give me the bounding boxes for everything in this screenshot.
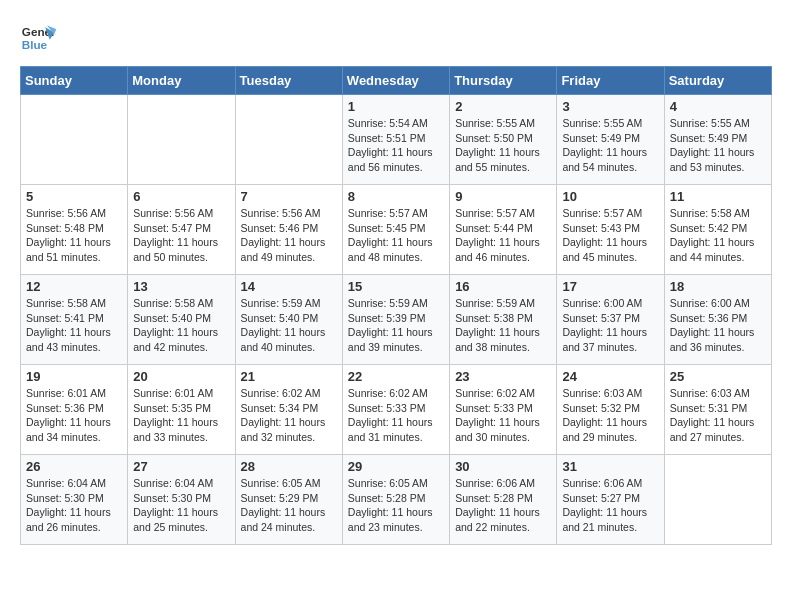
calendar-cell: 4Sunrise: 5:55 AM Sunset: 5:49 PM Daylig… [664, 95, 771, 185]
day-detail: Sunrise: 5:59 AM Sunset: 5:38 PM Dayligh… [455, 296, 551, 355]
page-header: General Blue [20, 20, 772, 56]
day-number: 26 [26, 459, 122, 474]
day-detail: Sunrise: 5:59 AM Sunset: 5:39 PM Dayligh… [348, 296, 444, 355]
calendar-cell: 21Sunrise: 6:02 AM Sunset: 5:34 PM Dayli… [235, 365, 342, 455]
day-detail: Sunrise: 5:55 AM Sunset: 5:50 PM Dayligh… [455, 116, 551, 175]
day-detail: Sunrise: 5:57 AM Sunset: 5:43 PM Dayligh… [562, 206, 658, 265]
day-detail: Sunrise: 6:05 AM Sunset: 5:29 PM Dayligh… [241, 476, 337, 535]
day-number: 7 [241, 189, 337, 204]
day-number: 6 [133, 189, 229, 204]
calendar-week-row: 26Sunrise: 6:04 AM Sunset: 5:30 PM Dayli… [21, 455, 772, 545]
calendar-cell: 28Sunrise: 6:05 AM Sunset: 5:29 PM Dayli… [235, 455, 342, 545]
day-number: 2 [455, 99, 551, 114]
weekday-header: Monday [128, 67, 235, 95]
day-detail: Sunrise: 5:56 AM Sunset: 5:46 PM Dayligh… [241, 206, 337, 265]
calendar-cell: 9Sunrise: 5:57 AM Sunset: 5:44 PM Daylig… [450, 185, 557, 275]
day-number: 9 [455, 189, 551, 204]
day-detail: Sunrise: 6:03 AM Sunset: 5:32 PM Dayligh… [562, 386, 658, 445]
day-detail: Sunrise: 5:57 AM Sunset: 5:45 PM Dayligh… [348, 206, 444, 265]
calendar-cell: 17Sunrise: 6:00 AM Sunset: 5:37 PM Dayli… [557, 275, 664, 365]
calendar-cell: 16Sunrise: 5:59 AM Sunset: 5:38 PM Dayli… [450, 275, 557, 365]
calendar-cell: 5Sunrise: 5:56 AM Sunset: 5:48 PM Daylig… [21, 185, 128, 275]
day-detail: Sunrise: 5:55 AM Sunset: 5:49 PM Dayligh… [670, 116, 766, 175]
calendar-cell: 15Sunrise: 5:59 AM Sunset: 5:39 PM Dayli… [342, 275, 449, 365]
day-number: 13 [133, 279, 229, 294]
calendar-cell: 14Sunrise: 5:59 AM Sunset: 5:40 PM Dayli… [235, 275, 342, 365]
day-detail: Sunrise: 5:57 AM Sunset: 5:44 PM Dayligh… [455, 206, 551, 265]
calendar-cell: 10Sunrise: 5:57 AM Sunset: 5:43 PM Dayli… [557, 185, 664, 275]
calendar-cell: 31Sunrise: 6:06 AM Sunset: 5:27 PM Dayli… [557, 455, 664, 545]
logo-icon: General Blue [20, 20, 56, 56]
day-number: 27 [133, 459, 229, 474]
day-number: 22 [348, 369, 444, 384]
svg-text:Blue: Blue [22, 38, 48, 51]
day-detail: Sunrise: 6:05 AM Sunset: 5:28 PM Dayligh… [348, 476, 444, 535]
day-number: 29 [348, 459, 444, 474]
day-detail: Sunrise: 5:56 AM Sunset: 5:48 PM Dayligh… [26, 206, 122, 265]
day-detail: Sunrise: 6:02 AM Sunset: 5:33 PM Dayligh… [455, 386, 551, 445]
calendar-week-row: 12Sunrise: 5:58 AM Sunset: 5:41 PM Dayli… [21, 275, 772, 365]
day-detail: Sunrise: 5:58 AM Sunset: 5:40 PM Dayligh… [133, 296, 229, 355]
day-number: 31 [562, 459, 658, 474]
day-number: 23 [455, 369, 551, 384]
weekday-header: Thursday [450, 67, 557, 95]
day-number: 17 [562, 279, 658, 294]
day-detail: Sunrise: 6:06 AM Sunset: 5:28 PM Dayligh… [455, 476, 551, 535]
calendar-cell: 7Sunrise: 5:56 AM Sunset: 5:46 PM Daylig… [235, 185, 342, 275]
calendar-cell [128, 95, 235, 185]
day-number: 21 [241, 369, 337, 384]
day-number: 5 [26, 189, 122, 204]
calendar-cell [235, 95, 342, 185]
weekday-header: Sunday [21, 67, 128, 95]
day-number: 15 [348, 279, 444, 294]
day-detail: Sunrise: 5:58 AM Sunset: 5:41 PM Dayligh… [26, 296, 122, 355]
calendar-cell: 24Sunrise: 6:03 AM Sunset: 5:32 PM Dayli… [557, 365, 664, 455]
weekday-header: Saturday [664, 67, 771, 95]
calendar-week-row: 1Sunrise: 5:54 AM Sunset: 5:51 PM Daylig… [21, 95, 772, 185]
weekday-header: Tuesday [235, 67, 342, 95]
day-detail: Sunrise: 6:01 AM Sunset: 5:36 PM Dayligh… [26, 386, 122, 445]
day-detail: Sunrise: 6:00 AM Sunset: 5:37 PM Dayligh… [562, 296, 658, 355]
calendar-cell [21, 95, 128, 185]
calendar-cell: 1Sunrise: 5:54 AM Sunset: 5:51 PM Daylig… [342, 95, 449, 185]
day-detail: Sunrise: 6:06 AM Sunset: 5:27 PM Dayligh… [562, 476, 658, 535]
weekday-header: Wednesday [342, 67, 449, 95]
calendar-body: 1Sunrise: 5:54 AM Sunset: 5:51 PM Daylig… [21, 95, 772, 545]
calendar-week-row: 5Sunrise: 5:56 AM Sunset: 5:48 PM Daylig… [21, 185, 772, 275]
calendar-cell: 3Sunrise: 5:55 AM Sunset: 5:49 PM Daylig… [557, 95, 664, 185]
calendar-cell: 27Sunrise: 6:04 AM Sunset: 5:30 PM Dayli… [128, 455, 235, 545]
calendar-cell: 23Sunrise: 6:02 AM Sunset: 5:33 PM Dayli… [450, 365, 557, 455]
calendar-cell: 13Sunrise: 5:58 AM Sunset: 5:40 PM Dayli… [128, 275, 235, 365]
day-detail: Sunrise: 5:54 AM Sunset: 5:51 PM Dayligh… [348, 116, 444, 175]
day-number: 19 [26, 369, 122, 384]
calendar-cell: 12Sunrise: 5:58 AM Sunset: 5:41 PM Dayli… [21, 275, 128, 365]
day-number: 12 [26, 279, 122, 294]
calendar-cell: 30Sunrise: 6:06 AM Sunset: 5:28 PM Dayli… [450, 455, 557, 545]
day-number: 16 [455, 279, 551, 294]
day-detail: Sunrise: 6:01 AM Sunset: 5:35 PM Dayligh… [133, 386, 229, 445]
day-number: 18 [670, 279, 766, 294]
day-detail: Sunrise: 5:58 AM Sunset: 5:42 PM Dayligh… [670, 206, 766, 265]
day-number: 28 [241, 459, 337, 474]
day-number: 1 [348, 99, 444, 114]
day-number: 4 [670, 99, 766, 114]
calendar-cell: 2Sunrise: 5:55 AM Sunset: 5:50 PM Daylig… [450, 95, 557, 185]
day-detail: Sunrise: 6:04 AM Sunset: 5:30 PM Dayligh… [133, 476, 229, 535]
calendar-cell: 20Sunrise: 6:01 AM Sunset: 5:35 PM Dayli… [128, 365, 235, 455]
calendar-cell: 29Sunrise: 6:05 AM Sunset: 5:28 PM Dayli… [342, 455, 449, 545]
day-detail: Sunrise: 6:04 AM Sunset: 5:30 PM Dayligh… [26, 476, 122, 535]
day-number: 10 [562, 189, 658, 204]
calendar-cell: 19Sunrise: 6:01 AM Sunset: 5:36 PM Dayli… [21, 365, 128, 455]
calendar-cell: 18Sunrise: 6:00 AM Sunset: 5:36 PM Dayli… [664, 275, 771, 365]
day-number: 24 [562, 369, 658, 384]
day-number: 3 [562, 99, 658, 114]
calendar-cell: 26Sunrise: 6:04 AM Sunset: 5:30 PM Dayli… [21, 455, 128, 545]
calendar-table: SundayMondayTuesdayWednesdayThursdayFrid… [20, 66, 772, 545]
day-number: 30 [455, 459, 551, 474]
calendar-header-row: SundayMondayTuesdayWednesdayThursdayFrid… [21, 67, 772, 95]
day-detail: Sunrise: 6:00 AM Sunset: 5:36 PM Dayligh… [670, 296, 766, 355]
calendar-cell: 25Sunrise: 6:03 AM Sunset: 5:31 PM Dayli… [664, 365, 771, 455]
day-number: 25 [670, 369, 766, 384]
day-number: 11 [670, 189, 766, 204]
calendar-cell: 8Sunrise: 5:57 AM Sunset: 5:45 PM Daylig… [342, 185, 449, 275]
